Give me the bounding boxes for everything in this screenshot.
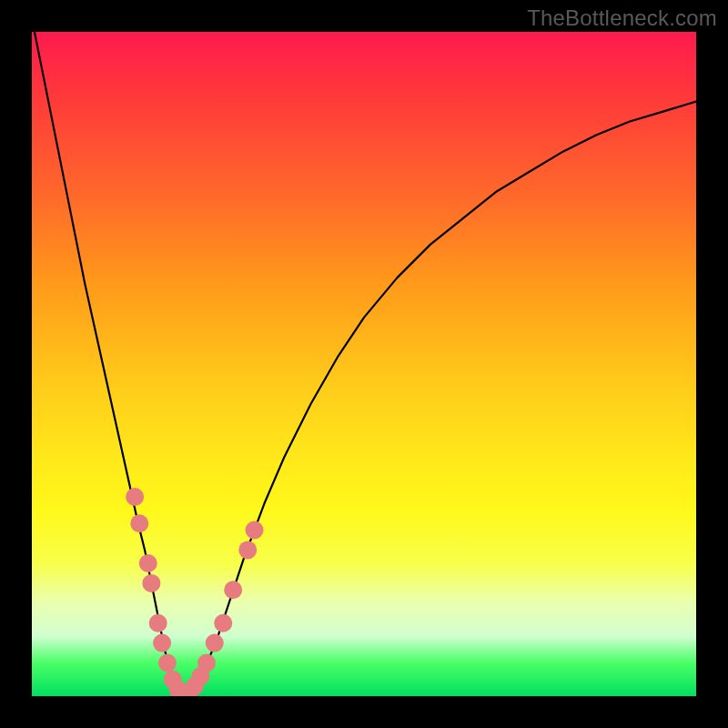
sample-point — [197, 654, 216, 672]
bottleneck-curve — [32, 32, 696, 694]
sample-point — [130, 514, 148, 532]
sample-point — [142, 574, 160, 592]
chart-svg — [32, 32, 696, 696]
sample-point — [158, 654, 177, 672]
sample-point — [149, 614, 167, 632]
sample-point — [139, 554, 157, 572]
sample-point — [214, 614, 232, 632]
plot-area — [32, 32, 696, 696]
sample-point — [246, 521, 264, 540]
sample-point — [224, 581, 242, 599]
sample-point — [153, 634, 171, 652]
sample-points-group — [126, 488, 263, 696]
sample-point — [126, 488, 144, 506]
sample-point — [206, 634, 224, 652]
sample-point — [238, 541, 257, 559]
watermark-text: TheBottleneck.com — [527, 5, 717, 31]
chart-frame: TheBottleneck.com — [0, 0, 728, 728]
